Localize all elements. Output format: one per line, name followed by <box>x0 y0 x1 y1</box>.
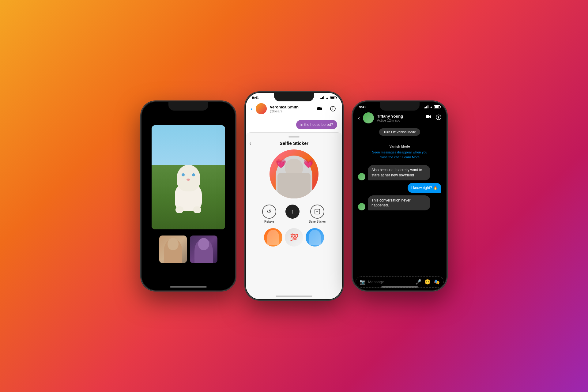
sticker-thumb-3[interactable] <box>306 228 324 247</box>
vanish-mode-badge[interactable]: Turn Off Vanish Mode <box>379 128 420 136</box>
phone-vanish: 9:41 ▲ ‹ Tif <box>352 101 447 291</box>
sticker-actions: ↺ Retake ↑ Up Save Sticker <box>262 205 326 223</box>
msg-avatar-1 <box>358 173 365 180</box>
vanish-input-area[interactable]: 📷 Message... 🎤 😊 🎭 <box>356 276 444 288</box>
home-indicator-3 <box>381 286 418 288</box>
retake-button[interactable]: ↺ Retake <box>262 205 276 223</box>
thumb-1 <box>159 236 187 263</box>
input-right-icons: 🎤 😊 🎭 <box>415 279 440 285</box>
msg-avatar-3 <box>358 203 365 210</box>
heart-left: 💗 <box>276 159 286 169</box>
notch-1 <box>168 102 208 111</box>
vanish-header: ‹ Tiffany Young Active 12m ago <box>353 110 446 126</box>
header-icons-2 <box>316 104 337 113</box>
back-button-3[interactable]: ‹ <box>358 115 360 121</box>
status-time-3: 9:41 <box>359 105 366 109</box>
sticker-thumb-2[interactable]: 💯 <box>285 228 303 247</box>
contact-avatar-3 <box>363 112 374 123</box>
chat-bubble-2: in the house bored? <box>296 120 337 129</box>
heart-right: 💗 <box>303 159 314 169</box>
sticker-icon[interactable]: 🎭 <box>434 279 440 285</box>
facetime-thumbnails <box>159 236 217 263</box>
signal-icon-2 <box>320 96 324 99</box>
message-input[interactable]: Message... <box>368 280 413 284</box>
status-right-3: ▲ <box>424 105 440 109</box>
message-bubble-2: I know right? 🔥 <box>408 183 441 193</box>
vanish-info-desc: Seen messages disappear when you close t… <box>361 150 438 160</box>
message-bubble-3: This conversation never happened. <box>368 195 430 211</box>
contact-status-3: Active 12m ago <box>377 119 423 122</box>
video-call-button[interactable] <box>316 104 324 113</box>
upload-icon: ↑ <box>285 205 300 219</box>
wifi-icon-2: ▲ <box>326 96 329 100</box>
mic-icon[interactable]: 🎤 <box>415 279 421 285</box>
back-button-2[interactable]: ‹ <box>251 106 253 112</box>
messenger-header: ‹ Veronica Smith @loears <box>246 101 342 117</box>
selfie-sticker-panel: ‹ Selfie Sticker 💗 💗 <box>246 132 342 299</box>
vanish-messages: Vanish Mode Seen messages disappear when… <box>353 138 446 276</box>
info-button[interactable] <box>329 104 337 113</box>
message-bubble-1: Also because I secretly want to stare at… <box>368 165 430 180</box>
phone-selfie-sticker: 9:41 ▲ ‹ <box>245 92 343 300</box>
vanish-info: Vanish Mode Seen messages disappear when… <box>358 141 441 163</box>
svg-rect-5 <box>426 115 429 118</box>
notch-3 <box>380 102 420 111</box>
battery-icon-2 <box>330 96 336 99</box>
contact-name-3: Tiffany Young <box>377 114 423 119</box>
sticker-thumbnails: 💯 <box>264 228 324 247</box>
save-sticker-button[interactable]: Save Sticker <box>309 205 326 223</box>
panel-handle <box>288 136 300 138</box>
retake-icon: ↺ <box>262 205 276 219</box>
video-call-button-3[interactable] <box>426 115 432 121</box>
panel-header: ‹ Selfie Sticker <box>250 141 338 146</box>
retake-label: Retake <box>264 220 274 223</box>
save-label: Save Sticker <box>309 220 326 223</box>
signal-icon-3 <box>424 105 428 108</box>
sticker-thumb-1[interactable] <box>264 228 282 247</box>
svg-rect-3 <box>333 108 333 110</box>
main-video <box>152 125 225 229</box>
wifi-icon-3: ▲ <box>430 105 433 109</box>
svg-rect-8 <box>438 117 439 119</box>
panel-title: Selfie Sticker <box>250 141 338 146</box>
vanish-info-title: Vanish Mode <box>361 144 438 149</box>
svg-point-2 <box>333 107 333 108</box>
phone-facetime: 9:41 ▲ <box>141 101 236 291</box>
vanish-mode-badge-area: Turn Off Vanish Mode <box>353 126 446 138</box>
lion-cub-image <box>152 125 225 229</box>
svg-rect-0 <box>317 107 321 110</box>
phones-container: 9:41 ▲ <box>116 74 472 318</box>
battery-icon-3 <box>434 105 440 108</box>
upload-button[interactable]: ↑ Up <box>285 205 300 223</box>
contact-info-3: Tiffany Young Active 12m ago <box>377 114 423 122</box>
sticker-preview: 💗 💗 <box>270 149 318 198</box>
save-icon <box>310 205 324 219</box>
vanish-learn-more[interactable]: Learn More <box>402 155 420 159</box>
status-time-2: 9:41 <box>252 96 259 100</box>
home-indicator-2 <box>276 296 312 297</box>
contact-name-2: Veronica Smith <box>270 105 313 109</box>
emoji-icon[interactable]: 😊 <box>424 279 431 285</box>
message-row-3: This conversation never happened. <box>358 195 441 211</box>
message-row-2: I know right? 🔥 <box>358 183 441 193</box>
header-icons-3 <box>426 115 441 121</box>
thumb-2 <box>190 236 217 263</box>
contact-info-2: Veronica Smith @loears <box>270 105 313 113</box>
contact-username-2: @loears <box>270 109 313 113</box>
camera-icon: 📷 <box>360 279 366 285</box>
home-indicator-1 <box>170 286 207 288</box>
contact-avatar-2 <box>256 103 267 114</box>
message-row-1: Also because I secretly want to stare at… <box>358 165 441 180</box>
svg-point-7 <box>438 116 439 117</box>
status-right-2: ▲ <box>320 96 336 100</box>
info-button-3[interactable] <box>436 115 441 121</box>
notch-2 <box>274 93 314 101</box>
panel-back-button[interactable]: ‹ <box>250 141 251 146</box>
chat-bubble-area: in the house bored? <box>246 117 342 132</box>
